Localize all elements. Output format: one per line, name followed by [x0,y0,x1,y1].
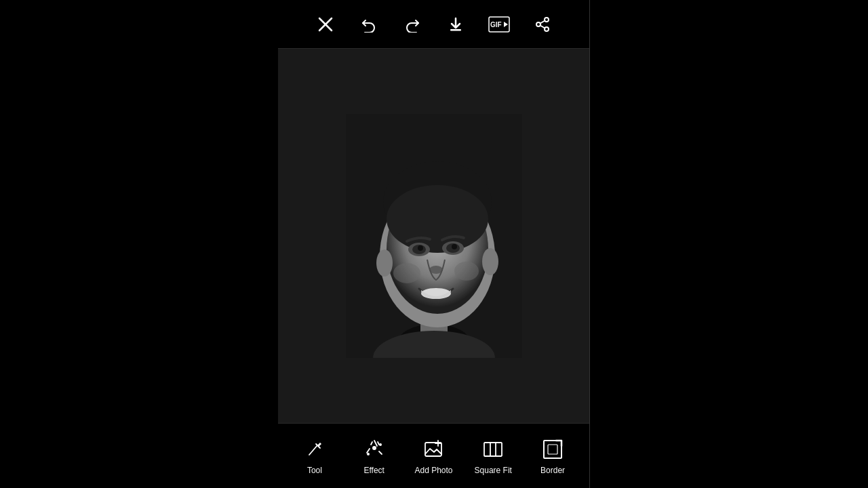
tool-button[interactable]: Tool [294,437,335,475]
svg-text:GIF: GIF [490,21,502,28]
svg-line-34 [374,441,377,446]
square-fit-button[interactable]: Square Fit [473,437,513,475]
svg-rect-31 [346,114,522,358]
close-button[interactable] [313,12,338,37]
photo-area [278,49,589,423]
redo-button[interactable] [400,12,425,37]
add-photo-icon [421,437,446,462]
add-photo-label: Add Photo [414,466,452,475]
add-photo-button[interactable]: Add Photo [413,437,454,475]
top-toolbar: GIF [278,0,589,49]
effect-icon [362,437,387,462]
border-icon [540,437,565,462]
svg-marker-5 [504,22,508,27]
border-button[interactable]: Border [532,437,573,475]
share-button[interactable] [530,12,555,37]
svg-rect-2 [450,29,461,31]
svg-point-37 [372,446,376,450]
square-fit-label: Square Fit [475,466,512,475]
effect-label: Effect [363,466,384,475]
portrait-image [346,114,522,358]
svg-point-38 [367,453,370,455]
svg-line-10 [540,20,545,23]
svg-rect-45 [484,443,502,456]
svg-line-9 [540,25,545,28]
svg-line-41 [378,442,379,445]
svg-line-36 [379,451,382,454]
tool-label: Tool [307,466,322,475]
border-label: Border [540,466,565,475]
tool-icon [302,437,327,462]
app-container: GIF [0,0,868,488]
undo-button[interactable] [357,12,381,37]
svg-rect-48 [544,441,561,458]
photo-canvas [278,49,589,423]
svg-line-40 [371,442,372,445]
svg-line-32 [309,445,317,455]
editor-panel: GIF [278,0,590,488]
effect-button[interactable]: Effect [354,437,395,475]
svg-rect-42 [425,443,441,456]
square-fit-icon [481,437,505,462]
bottom-toolbar: Tool Effect [278,423,589,488]
svg-line-35 [367,449,370,453]
svg-rect-49 [548,445,557,454]
gif-button[interactable]: GIF [487,12,511,37]
download-button[interactable] [443,12,468,37]
